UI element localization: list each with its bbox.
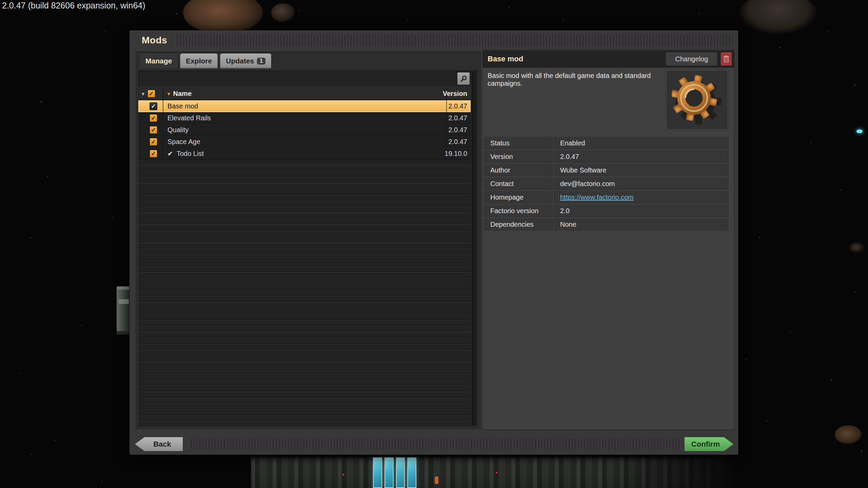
- check-icon: ✓: [151, 151, 156, 157]
- info-label: Dependencies: [484, 218, 553, 230]
- tab-label: Manage: [145, 57, 172, 65]
- space-platform-fragment: [117, 286, 131, 334]
- name-column-label: Name: [173, 90, 192, 98]
- enable-all-checkbox[interactable]: ✓: [147, 90, 155, 98]
- mod-row-todo-list[interactable]: ✓ ✔ Todo List 19.10.0: [138, 148, 471, 160]
- info-value: Wube Software: [554, 164, 728, 176]
- sort-by-name-header[interactable]: ▾ Name: [163, 87, 446, 100]
- mod-table-toolbar: [138, 70, 471, 87]
- mod-enabled-checkbox[interactable]: ✓: [150, 126, 157, 134]
- check-icon: ✓: [151, 127, 156, 133]
- check-icon: ✓: [151, 103, 156, 109]
- glowing-star: [856, 129, 863, 133]
- asteroid: [183, 0, 263, 34]
- mod-version: 2.0.47: [446, 100, 471, 112]
- info-label: Version: [484, 150, 553, 163]
- vertical-scrollbar[interactable]: [472, 73, 477, 425]
- changelog-label: Changelog: [675, 55, 708, 63]
- info-value: Enabled: [554, 137, 728, 149]
- game-version-label: 2.0.47 (build 82606 expansion, win64): [2, 1, 145, 11]
- mod-enabled-checkbox[interactable]: ✓: [150, 138, 157, 146]
- info-row-status: Status Enabled: [484, 137, 728, 149]
- titlebar-drag-handle[interactable]: [175, 35, 733, 46]
- tab-label: Explore: [186, 57, 212, 65]
- mod-name: Elevated Rails: [167, 114, 211, 122]
- search-button[interactable]: [457, 72, 470, 85]
- mod-name: Space Age: [167, 138, 200, 146]
- gear-icon: [672, 75, 723, 125]
- back-button[interactable]: Back: [135, 437, 183, 451]
- info-value: 2.0: [554, 205, 728, 217]
- info-value: dev@factorio.com: [554, 178, 728, 190]
- check-icon: ✓: [149, 91, 154, 97]
- info-label: Contact: [484, 178, 553, 190]
- info-row-contact: Contact dev@factorio.com: [484, 178, 728, 190]
- info-value: 2.0.47: [554, 150, 728, 163]
- trash-icon: [723, 55, 730, 63]
- platform-light: [496, 472, 497, 473]
- mod-version: 2.0.47: [446, 124, 471, 136]
- mod-row-quality[interactable]: ✓ Quality 2.0.47: [138, 124, 471, 136]
- info-label: Status: [484, 137, 553, 149]
- confirm-label: Confirm: [691, 440, 720, 449]
- platform-cooling-panels: [373, 458, 416, 488]
- info-label: Author: [484, 164, 553, 176]
- info-label: Factorio version: [484, 205, 553, 217]
- filter-dropdown-icon[interactable]: ▾: [142, 91, 144, 96]
- search-icon: [460, 75, 468, 83]
- homepage-link[interactable]: https://www.factorio.com: [560, 194, 634, 201]
- mod-table: ▾ ✓ ▾ Name Version ✓ Base mod: [138, 70, 478, 427]
- mod-enabled-checkbox[interactable]: ✓: [150, 114, 157, 122]
- todo-list-mod-icon: ✔: [167, 150, 173, 158]
- mod-details-panel: Base mod Changelog Basic mod with all th…: [483, 50, 734, 430]
- asteroid: [271, 3, 295, 22]
- check-icon: ✓: [151, 139, 156, 145]
- mods-window: Mods Manage Explore Updates 1: [130, 30, 738, 455]
- updates-count-badge: 1: [257, 58, 265, 64]
- engineer-character: [435, 476, 438, 484]
- starfield: [0, 0, 1, 1]
- mod-table-header: ▾ ✓ ▾ Name Version: [138, 87, 471, 100]
- confirm-button[interactable]: Confirm: [685, 437, 733, 451]
- mod-enabled-checkbox[interactable]: ✓: [150, 150, 157, 158]
- mod-row-space-age[interactable]: ✓ Space Age 2.0.47: [138, 136, 471, 148]
- check-icon: ✓: [151, 115, 156, 121]
- empty-list-rows: [138, 160, 471, 426]
- footer-drag-handle[interactable]: [189, 438, 681, 450]
- mod-enabled-checkbox[interactable]: ✓: [150, 102, 157, 110]
- mod-version: 2.0.47: [446, 136, 471, 148]
- window-title: Mods: [142, 35, 167, 46]
- info-row-version: Version 2.0.47: [484, 150, 728, 163]
- tab-label: Updates: [226, 57, 254, 65]
- tab-bar: Manage Explore Updates 1: [140, 54, 271, 68]
- changelog-button[interactable]: Changelog: [666, 52, 717, 66]
- sort-caret-icon: ▾: [167, 91, 170, 96]
- delete-mod-button[interactable]: [721, 52, 732, 66]
- mod-row-base-mod[interactable]: ✓ Base mod 2.0.47: [138, 100, 471, 112]
- mod-name: Quality: [167, 126, 189, 134]
- platform-light: [342, 474, 344, 475]
- mod-list-panel: Manage Explore Updates 1: [136, 52, 481, 430]
- version-column-header[interactable]: Version: [446, 87, 471, 100]
- asteroid: [835, 425, 862, 444]
- mod-details-header: Base mod Changelog: [483, 50, 734, 68]
- mod-name: Base mod: [167, 102, 198, 110]
- tab-explore[interactable]: Explore: [180, 54, 218, 68]
- mod-version: 2.0.47: [446, 112, 471, 124]
- info-label: Homepage: [484, 191, 553, 203]
- info-row-dependencies: Dependencies None: [484, 218, 728, 230]
- tab-manage[interactable]: Manage: [140, 54, 178, 68]
- window-titlebar: Mods: [130, 30, 738, 50]
- info-value: None: [554, 218, 728, 230]
- mod-row-elevated-rails[interactable]: ✓ Elevated Rails 2.0.47: [138, 112, 471, 124]
- selected-mod-title: Base mod: [488, 55, 663, 63]
- mod-version: 19.10.0: [446, 148, 471, 160]
- back-label: Back: [153, 440, 171, 449]
- version-column-label: Version: [443, 90, 467, 98]
- asteroid: [849, 242, 865, 253]
- mod-info-table: Status Enabled Version 2.0.47 Author Wub…: [484, 137, 728, 230]
- mod-thumbnail: [666, 70, 728, 130]
- mod-description: Basic mod with all the default game data…: [488, 72, 664, 87]
- info-row-author: Author Wube Software: [484, 164, 728, 176]
- tab-updates[interactable]: Updates 1: [220, 54, 271, 68]
